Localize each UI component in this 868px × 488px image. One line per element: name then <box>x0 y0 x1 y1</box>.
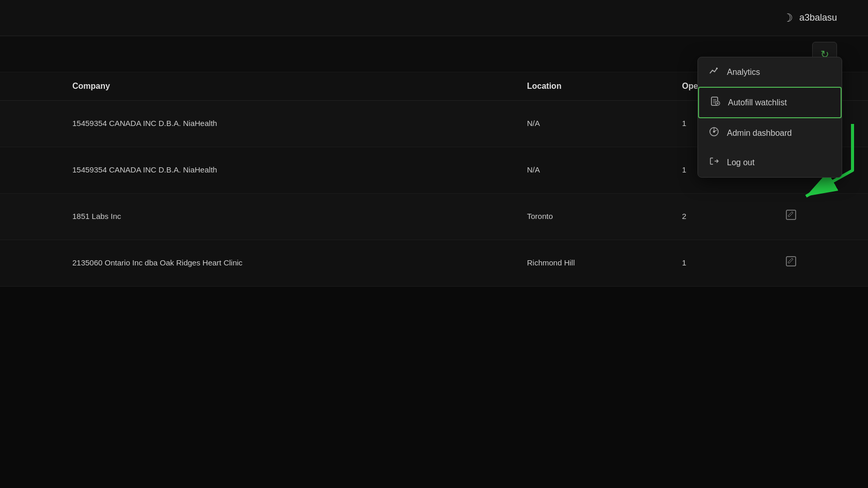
row3-empty <box>31 207 72 227</box>
row3-location: Toronto <box>527 200 682 233</box>
row1-empty <box>31 114 72 134</box>
row4-empty <box>31 253 72 274</box>
row4-edit-button[interactable] <box>785 245 837 281</box>
col-header-company: Company <box>72 82 527 91</box>
menu-item-analytics-label: Analytics <box>727 68 760 77</box>
row3-company: 1851 Labs Inc <box>72 200 527 233</box>
autofill-icon <box>709 96 721 109</box>
col-header-location: Location <box>527 82 682 91</box>
menu-item-admin-dashboard[interactable]: Admin dashboard <box>698 118 842 148</box>
analytics-icon <box>708 66 720 78</box>
menu-item-autofill-label: Autofill watchlist <box>728 98 787 107</box>
row2-company: 15459354 CANADA INC D.B.A. NiaHealth <box>72 154 527 186</box>
table-row: 1851 Labs Inc Toronto 2 <box>0 194 868 240</box>
user-menu-trigger[interactable]: ☽ a3balasu <box>783 11 837 25</box>
row3-edit-button[interactable] <box>785 199 837 234</box>
table-row: 2135060 Ontario Inc dba Oak Ridges Heart… <box>0 240 868 287</box>
username-label: a3balasu <box>799 12 837 23</box>
menu-item-admin-label: Admin dashboard <box>727 129 792 138</box>
row1-location: N/A <box>527 107 682 140</box>
row4-company: 2135060 Ontario Inc dba Oak Ridges Heart… <box>72 247 527 279</box>
row1-company: 15459354 CANADA INC D.B.A. NiaHealth <box>72 107 527 140</box>
row4-openings: 1 <box>682 247 785 279</box>
menu-item-autofill-watchlist[interactable]: Autofill watchlist <box>698 87 842 118</box>
logout-icon <box>708 156 720 169</box>
menu-item-analytics[interactable]: Analytics <box>698 57 842 87</box>
row2-location: N/A <box>527 154 682 186</box>
moon-icon: ☽ <box>783 11 793 25</box>
menu-item-logout[interactable]: Log out <box>698 148 842 177</box>
user-dropdown-menu: Analytics Autofill watchlist Admin <box>698 57 842 178</box>
col-header-empty1 <box>31 82 72 91</box>
admin-icon <box>708 127 720 139</box>
top-bar: ☽ a3balasu <box>0 0 868 36</box>
row2-empty <box>31 160 72 181</box>
menu-item-logout-label: Log out <box>727 158 754 167</box>
svg-point-11 <box>713 131 715 133</box>
row4-location: Richmond Hill <box>527 247 682 279</box>
row3-openings: 2 <box>682 200 785 233</box>
